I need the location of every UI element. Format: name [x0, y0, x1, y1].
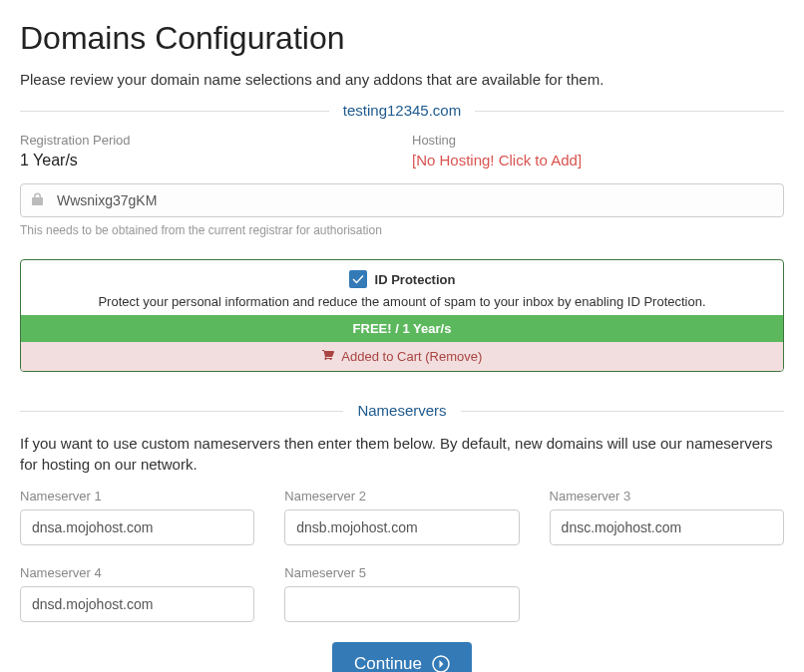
- id-protection-addon: ID Protection Protect your personal info…: [20, 259, 784, 372]
- hosting-label: Hosting: [412, 133, 784, 148]
- ns4-input[interactable]: [20, 586, 254, 622]
- ns1-label: Nameserver 1: [20, 489, 254, 504]
- addon-title: ID Protection: [375, 272, 456, 287]
- registration-value: 1 Year/s: [20, 152, 392, 169]
- continue-label: Continue: [354, 654, 422, 672]
- lock-icon: [32, 192, 43, 208]
- ns1-input[interactable]: [20, 509, 254, 545]
- addon-description: Protect your personal information and re…: [33, 294, 771, 309]
- ns2-label: Nameserver 2: [284, 489, 519, 504]
- nameservers-title: Nameservers: [343, 402, 460, 419]
- page-title: Domains Configuration: [20, 20, 784, 57]
- ns3-input[interactable]: [550, 509, 784, 545]
- hosting-add-link[interactable]: [No Hosting! Click to Add]: [412, 152, 582, 168]
- domain-name: testing12345.com: [329, 102, 475, 119]
- domain-divider: testing12345.com: [20, 102, 784, 119]
- epp-help-text: This needs to be obtained from the curre…: [20, 223, 784, 237]
- epp-code-input[interactable]: [20, 183, 784, 217]
- addon-status: Added to Cart (Remove): [21, 342, 783, 371]
- addon-remove-link[interactable]: (Remove): [425, 349, 482, 364]
- nameservers-intro: If you want to use custom nameservers th…: [20, 433, 784, 475]
- nameservers-divider: Nameservers: [20, 402, 784, 419]
- registration-label: Registration Period: [20, 133, 392, 148]
- addon-price: FREE! / 1 Year/s: [21, 315, 783, 342]
- id-protection-checkbox[interactable]: [349, 270, 367, 288]
- ns5-label: Nameserver 5: [284, 565, 519, 580]
- ns5-input[interactable]: [284, 586, 519, 622]
- addon-status-text: Added to Cart: [341, 349, 425, 364]
- cart-icon: [322, 349, 338, 364]
- intro-text: Please review your domain name selection…: [20, 71, 784, 88]
- ns3-label: Nameserver 3: [550, 489, 784, 504]
- continue-button[interactable]: Continue: [332, 642, 472, 672]
- arrow-right-circle-icon: [432, 655, 450, 672]
- ns4-label: Nameserver 4: [20, 565, 254, 580]
- ns2-input[interactable]: [284, 509, 519, 545]
